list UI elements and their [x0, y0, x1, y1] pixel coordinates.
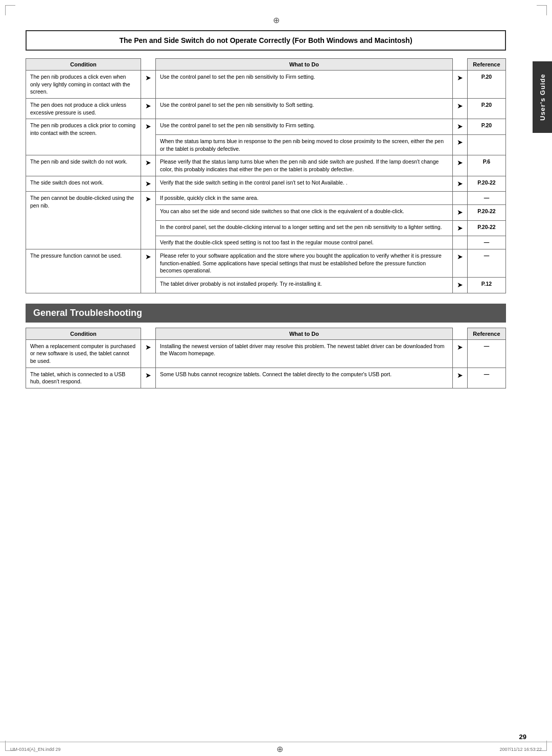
arrow-icon: ➤ [452, 155, 467, 176]
what-to-do-cell: The tablet driver probably is not instal… [155, 278, 452, 293]
page-container: ⊕ User's Guide The Pen and Side Switch d… [0, 0, 552, 756]
arrow-icon [452, 236, 467, 249]
reference-cell: P.12 [467, 278, 505, 293]
compass-bottom-icon: ⊕ [277, 744, 283, 754]
reference-cell: P.20-22 [467, 176, 505, 192]
what-to-do-cell: When the status lamp turns blue in respo… [155, 135, 452, 155]
arrow-icon: ➤ [452, 220, 467, 236]
what-to-do-cell: Installing the newest version of tablet … [155, 339, 452, 368]
arrow-icon: ➤ [452, 249, 467, 277]
what-to-do-cell: Some USB hubs cannot recognize tablets. … [155, 368, 452, 388]
corner-mark-tl [5, 5, 15, 15]
header-what-to-do: What to Do [155, 328, 452, 339]
section2-title: General Troubleshooting [26, 304, 506, 323]
arrow-icon: ➤ [452, 119, 467, 135]
arrow-icon: ➤ [141, 368, 155, 388]
condition-cell: When a replacement computer is purchased… [26, 339, 141, 368]
header-reference: Reference [467, 59, 505, 71]
table-row: The pen nib and side switch do not work.… [26, 155, 506, 176]
section1-title-box: The Pen and Side Switch do not Operate C… [26, 30, 506, 51]
reference-cell [467, 135, 505, 155]
users-guide-tab: User's Guide [533, 61, 552, 133]
what-to-do-cell: In the control panel, set the double-cli… [155, 220, 452, 236]
arrow-icon: ➤ [452, 135, 467, 155]
corner-mark-tr [537, 5, 547, 15]
header-arrow2 [452, 59, 467, 71]
header-what-to-do: What to Do [155, 59, 452, 71]
condition-cell: The tablet, which is connected to a USB … [26, 368, 141, 388]
table-row: The pressure function cannot be used. ➤ … [26, 249, 506, 277]
header-condition: Condition [26, 59, 141, 71]
what-to-do-cell: Verify that the side switch setting in t… [155, 176, 452, 192]
arrow-icon [452, 192, 467, 205]
condition-cell: The pen nib and side switch do not work. [26, 155, 141, 176]
arrow-icon: ➤ [141, 176, 155, 192]
reference-cell: P.20 [467, 119, 505, 135]
table-row: When a replacement computer is purchased… [26, 339, 506, 368]
what-to-do-cell: Use the control panel to set the pen nib… [155, 71, 452, 99]
what-to-do-cell: Please verify that the status lamp turns… [155, 155, 452, 176]
compass-top-icon: ⊕ [26, 15, 526, 25]
arrow-icon: ➤ [452, 278, 467, 293]
reference-cell: P.20 [467, 99, 505, 119]
footer-left: UM-0314(A)_EN.indd 29 [10, 747, 61, 752]
what-to-do-cell: Use the control panel to set the pen nib… [155, 99, 452, 119]
reference-cell: — [467, 368, 505, 388]
condition-cell: The pen nib produces a click prior to co… [26, 119, 141, 155]
section1-title: The Pen and Side Switch do not Operate C… [34, 36, 497, 44]
table-row: The side switch does not work. ➤ Verify … [26, 176, 506, 192]
arrow-icon: ➤ [141, 119, 155, 155]
condition-cell: The pen nib produces a click even when o… [26, 71, 141, 99]
what-to-do-cell: Please refer to your software applicatio… [155, 249, 452, 277]
arrow-icon: ➤ [141, 192, 155, 249]
section2-table: Condition What to Do Reference When a re… [26, 328, 506, 388]
header-condition: Condition [26, 328, 141, 339]
reference-cell: — [467, 249, 505, 277]
condition-cell: The side switch does not work. [26, 176, 141, 192]
table-row: The pen nib produces a click prior to co… [26, 119, 506, 135]
table-header-row: Condition What to Do Reference [26, 59, 506, 71]
arrow-icon: ➤ [452, 99, 467, 119]
header-arrow2 [452, 328, 467, 339]
what-to-do-cell: Verify that the double-click speed setti… [155, 236, 452, 249]
arrow-icon: ➤ [141, 339, 155, 368]
section1-table: Condition What to Do Reference The pen n… [26, 58, 506, 293]
arrow-icon: ➤ [452, 368, 467, 388]
reference-cell: P.20-22 [467, 220, 505, 236]
section1-table-wrapper: Condition What to Do Reference The pen n… [26, 58, 506, 293]
header-arrow1 [141, 328, 155, 339]
bottom-bar: UM-0314(A)_EN.indd 29 ⊕ 2007/11/12 16:53… [0, 742, 552, 756]
condition-cell: The pen cannot be double-clicked using t… [26, 192, 141, 249]
arrow-icon: ➤ [452, 71, 467, 99]
header-reference: Reference [467, 328, 505, 339]
arrow-icon: ➤ [141, 71, 155, 99]
reference-cell: P.20-22 [467, 205, 505, 221]
table-row: The pen does not produce a click unless … [26, 99, 506, 119]
arrow-icon: ➤ [141, 249, 155, 293]
table-header-row: Condition What to Do Reference [26, 328, 506, 339]
arrow-icon: ➤ [452, 176, 467, 192]
arrow-icon: ➤ [452, 339, 467, 368]
condition-cell: The pressure function cannot be used. [26, 249, 141, 293]
users-guide-label: User's Guide [539, 74, 546, 121]
arrow-icon: ➤ [141, 99, 155, 119]
table-row: The pen cannot be double-clicked using t… [26, 192, 506, 205]
what-to-do-cell: Use the control panel to set the pen nib… [155, 119, 452, 135]
table-row: The tablet, which is connected to a USB … [26, 368, 506, 388]
reference-cell: — [467, 339, 505, 368]
reference-cell: P.20 [467, 71, 505, 99]
page-number: 29 [519, 733, 526, 741]
what-to-do-cell: You can also set the side and second sid… [155, 205, 452, 221]
footer-right: 2007/11/12 16:53:22 [499, 747, 542, 752]
reference-cell: — [467, 192, 505, 205]
section2-table-wrapper: Condition What to Do Reference When a re… [26, 328, 506, 388]
condition-cell: The pen does not produce a click unless … [26, 99, 141, 119]
arrow-icon: ➤ [452, 205, 467, 221]
table-row: The pen nib produces a click even when o… [26, 71, 506, 99]
reference-cell: — [467, 236, 505, 249]
arrow-icon: ➤ [141, 155, 155, 176]
what-to-do-cell: If possible, quickly click in the same a… [155, 192, 452, 205]
reference-cell: P.6 [467, 155, 505, 176]
header-arrow1 [141, 59, 155, 71]
